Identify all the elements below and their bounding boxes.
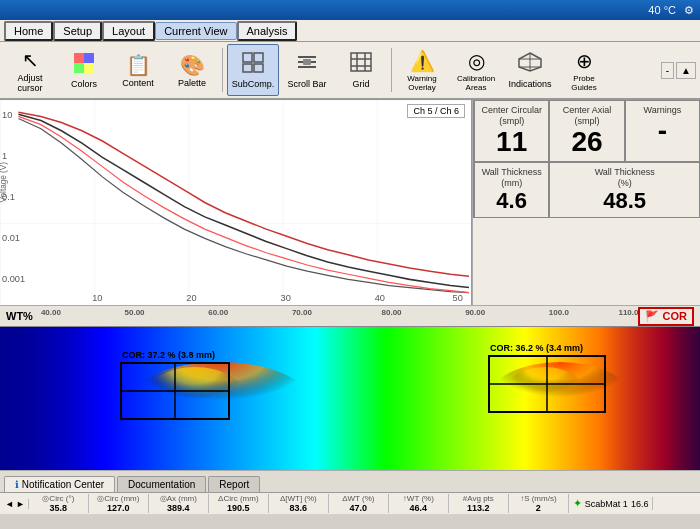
- warning-overlay-button[interactable]: ⚠️ Warning Overlay: [396, 44, 448, 96]
- grid-icon: [349, 51, 373, 78]
- title-bar: 40 °C ⚙: [0, 0, 700, 20]
- menu-setup[interactable]: Setup: [53, 21, 102, 41]
- colors-button[interactable]: Colors: [58, 44, 110, 96]
- calibration-areas-label: Calibration Areas: [453, 74, 499, 92]
- heatmap-visual: COR: 37.2 % (3.8 mm) COR: 36.2 % (3.4 mm…: [0, 327, 700, 470]
- tab-notification-label: Notification Center: [22, 479, 104, 490]
- scrollbar-label: Scroll Bar: [287, 79, 326, 89]
- wall-thickness-mm-cell: Wall Thickness(mm) 4.6: [474, 162, 549, 218]
- palette-button[interactable]: 🎨 Palette: [166, 44, 218, 96]
- calibration-icon: ◎: [468, 49, 485, 73]
- svg-text:Voltage (V): Voltage (V): [0, 162, 8, 203]
- palette-icon: 🎨: [180, 53, 205, 77]
- wt-bar: WT% 40.00 50.00 60.00 70.00 80.00 90.00 …: [0, 305, 700, 327]
- oscilloscope-chart[interactable]: 10 1 0.1 0.01 0.001 10 20 30 40 50 Volta…: [0, 100, 471, 305]
- center-axial-value: 26: [556, 127, 617, 158]
- metrics-grid: Center Circular(smpl) 11 Center Axial(sm…: [473, 100, 700, 218]
- center-circular-value: 11: [481, 127, 542, 158]
- cursor-icon: ↖: [22, 48, 39, 72]
- notification-icon: ℹ: [15, 479, 19, 490]
- status-scabmat: ✦ ScabMat 1 16.6: [569, 497, 654, 510]
- svg-text:1: 1: [2, 151, 7, 161]
- scabmat-value: 16.6: [631, 499, 649, 509]
- content-icon: 📋: [126, 53, 151, 77]
- calibration-areas-button[interactable]: ◎ Calibration Areas: [450, 44, 502, 96]
- svg-rect-1: [84, 53, 94, 63]
- svg-text:40: 40: [375, 293, 385, 303]
- indications-label: Indications: [508, 79, 551, 89]
- left-arrow[interactable]: ◄: [5, 499, 14, 509]
- wall-thickness-mm-label: Wall Thickness(mm): [481, 167, 542, 189]
- colors-label: Colors: [71, 79, 97, 89]
- cor-label: COR: [663, 310, 687, 322]
- svg-text:30: 30: [281, 293, 291, 303]
- status-circ-deg: ◎Circ (°) 35.8: [29, 494, 89, 513]
- palette-label: Palette: [178, 78, 206, 88]
- wall-thickness-pct-value: 48.5: [556, 189, 693, 213]
- svg-text:50: 50: [453, 293, 463, 303]
- status-circ-mm: ◎Circ (mm) 127.0: [89, 494, 149, 513]
- indications-button[interactable]: Indications: [504, 44, 556, 96]
- svg-text:20: 20: [186, 293, 196, 303]
- collapse-button[interactable]: ▲: [676, 62, 696, 79]
- bottom-tabs-bar: ℹ Notification Center Documentation Repo…: [0, 470, 700, 492]
- tab-notification-center[interactable]: ℹ Notification Center: [4, 476, 115, 492]
- settings-icon[interactable]: ⚙: [684, 4, 694, 17]
- status-up-wt: ↑WT (%) 46.4: [389, 494, 449, 513]
- grid-label: Grid: [352, 79, 369, 89]
- cor-flag-icon: 🚩: [645, 310, 659, 322]
- cor-badge[interactable]: 🚩 COR: [638, 307, 694, 326]
- scabmat-label: ScabMat 1: [585, 499, 628, 509]
- menu-analysis[interactable]: Analysis: [237, 21, 298, 41]
- status-delta-circ: ΔCirc (mm) 190.5: [209, 494, 269, 513]
- scrollbar-icon: [295, 51, 319, 78]
- menu-current-view[interactable]: Current View: [155, 22, 236, 40]
- warnings-cell: Warnings -: [625, 100, 700, 162]
- svg-rect-3: [84, 63, 94, 73]
- wall-thickness-pct-label: Wall Thickness(%): [556, 167, 693, 189]
- colors-icon: [72, 51, 96, 78]
- right-arrow[interactable]: ►: [16, 499, 25, 509]
- center-circular-label: Center Circular(smpl): [481, 105, 542, 127]
- svg-rect-16: [351, 53, 371, 71]
- main-area: Ch 5 / Ch 6 10 1 0.1 0.01 0.001 10 20 30…: [0, 100, 700, 305]
- probe-guides-button[interactable]: ⊕ Probe Guides: [558, 44, 610, 96]
- menu-layout[interactable]: Layout: [102, 21, 155, 41]
- tab-documentation[interactable]: Documentation: [117, 476, 206, 492]
- tab-report-label: Report: [219, 479, 249, 490]
- adjust-cursor-label: Adjust cursor: [7, 73, 53, 93]
- status-delta-wt: ΔWT (%) 47.0: [329, 494, 389, 513]
- menu-home[interactable]: Home: [4, 21, 53, 41]
- toolbar-sep-2: [391, 48, 392, 92]
- temperature-display: 40 °C: [648, 4, 676, 16]
- subcomp-icon: [241, 51, 265, 78]
- subcomp-label: SubComp.: [232, 79, 275, 89]
- menu-bar: Home Setup Layout Current View Analysis: [0, 20, 700, 42]
- toolbar-sep-1: [222, 48, 223, 92]
- content-button[interactable]: 📋 Content: [112, 44, 164, 96]
- probe-guides-label: Probe Guides: [561, 74, 607, 92]
- center-axial-label: Center Axial(smpl): [556, 105, 617, 127]
- heatmap-canvas[interactable]: [0, 327, 700, 470]
- svg-text:10: 10: [92, 293, 102, 303]
- wt-label: WT%: [6, 310, 33, 322]
- more-button[interactable]: -: [661, 62, 674, 79]
- subcomp-button[interactable]: SubComp.: [227, 44, 279, 96]
- status-delta-wt-pct: Δ[WT] (%) 83.6: [269, 494, 329, 513]
- svg-rect-2: [74, 63, 84, 73]
- status-avg-pts: #Avg pts 113.2: [449, 494, 509, 513]
- status-up-s: ↑S (mm/s) 2: [509, 494, 569, 513]
- adjust-cursor-button[interactable]: ↖ Adjust cursor: [4, 44, 56, 96]
- chart-legend: Ch 5 / Ch 6: [407, 104, 465, 118]
- svg-rect-7: [254, 64, 263, 72]
- svg-rect-11: [303, 59, 311, 65]
- chart-panel: Ch 5 / Ch 6 10 1 0.1 0.01 0.001 10 20 30…: [0, 100, 472, 305]
- tab-report[interactable]: Report: [208, 476, 260, 492]
- warnings-value: -: [632, 116, 693, 147]
- probe-guides-icon: ⊕: [576, 49, 593, 73]
- wall-thickness-pct-cell: Wall Thickness(%) 48.5: [549, 162, 700, 218]
- grid-button[interactable]: Grid: [335, 44, 387, 96]
- scrollbar-button[interactable]: Scroll Bar: [281, 44, 333, 96]
- warning-icon: ⚠️: [410, 49, 435, 73]
- svg-rect-4: [243, 53, 252, 62]
